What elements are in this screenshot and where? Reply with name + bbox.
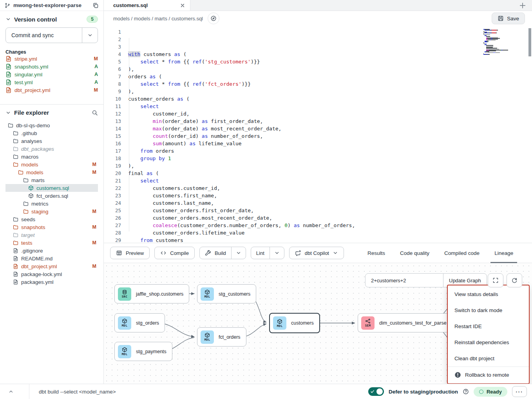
lineage-panel[interactable]: SRCjaffle_shop.customersMDLstg_customers… [104,263,532,384]
tree-item-db-sl-qs-demo[interactable]: db-sl-qs-demo [5,121,98,129]
minimap[interactable] [483,29,509,55]
code-line[interactable]: coalesce(customer_orders.number_of_order… [128,222,532,229]
more-options-button[interactable]: ··· [512,386,527,397]
code-line[interactable]: max(order_date) as most_recent_order_dat… [128,125,532,132]
code-line[interactable]: orders as ( [128,73,532,80]
code-line[interactable]: customers.customer_id, [128,184,532,192]
code-line[interactable]: ), [128,88,532,95]
tree-item-snapshots[interactable]: snapshotsM [5,223,98,231]
code-line[interactable]: ), [128,162,532,170]
tree-item-dbt-project-yml[interactable]: dbt_project.ymlM [5,262,98,270]
copy-icon[interactable] [92,2,99,9]
code-line[interactable]: select * from {{ ref('stg_customers')}} [128,58,532,65]
command-bar-expand[interactable] [0,384,29,399]
commit-dropdown[interactable] [82,28,98,43]
build-button[interactable]: Build [200,247,231,259]
code-line[interactable]: customers.first_name, [128,192,532,199]
refresh-graph-button[interactable] [507,273,522,287]
code-line[interactable]: customer_orders.most_recent_order_date, [128,214,532,222]
tree-item--gitignore[interactable]: .gitignore [5,247,98,255]
dbt-copilot-button[interactable]: dbt Copilot [289,247,344,259]
code-line[interactable]: from customers [128,237,532,243]
tree-item-customers-sql[interactable]: customers.sql [5,184,98,192]
lineage-node-stg_orders[interactable]: MDLstg_orders [114,313,165,332]
code-line[interactable]: group by 1 [128,155,532,162]
tree-item-seeds[interactable]: seeds [5,215,98,223]
lineage-node-customers[interactable]: MDLcustomers [269,313,320,333]
close-icon[interactable] [180,3,185,8]
change-row[interactable]: stripe.ymlM [5,55,98,63]
tab-results[interactable]: Results [367,243,386,263]
lineage-node-fct_orders[interactable]: MDLfct_orders [197,327,246,347]
code-line[interactable]: customer_orders.first_order_date, [128,207,532,214]
lineage-node-stg_payments[interactable]: MDLstg_payments [114,342,172,361]
code-line[interactable]: min(order_date) as first_order_date, [128,117,532,125]
tab-lineage[interactable]: Lineage [494,243,514,263]
help-icon[interactable] [463,388,469,395]
menu-item-clean-dbt-project[interactable]: Clean dbt project [448,350,529,367]
commit-and-sync-button[interactable]: Commit and sync [5,27,98,43]
tree-item-fct-orders-sql[interactable]: fct_orders.sql [5,192,98,200]
chevron-down-icon[interactable] [5,16,11,22]
tab-code-quality[interactable]: Code quality [399,243,430,263]
menu-item-view-status-details[interactable]: View status details [448,286,529,302]
lineage-node-jaffle_shop.customers[interactable]: SRCjaffle_shop.customers [114,284,189,303]
code-line[interactable]: count(order_id) as number_of_orders, [128,132,532,140]
preview-button[interactable]: Preview [110,247,150,259]
tree-item-packages-yml[interactable]: packages.yml [5,278,98,286]
menu-item-rollback-to-remote[interactable]: Rollback to remote [448,367,529,383]
code-line[interactable]: select [128,177,532,184]
change-row[interactable]: dbt_project.ymlM [5,86,98,94]
code-line[interactable]: from orders [128,147,532,155]
code-line[interactable]: ), [128,65,532,73]
tree-item--github[interactable]: .github [5,129,98,137]
code-line[interactable]: select [128,103,532,110]
change-row[interactable]: singular.ymlA [5,70,98,78]
tree-item-marts[interactable]: marts [5,176,98,184]
defer-toggle[interactable] [368,387,384,396]
save-button[interactable]: Save [492,13,525,24]
tree-item-tests[interactable]: testsM [5,239,98,247]
editor-scrollbar[interactable] [528,28,531,56]
code-line[interactable]: customer_id, [128,110,532,117]
code-line[interactable]: customer_orders as ( [128,95,532,103]
lint-dropdown[interactable] [270,247,284,259]
chevron-down-icon[interactable] [5,110,11,116]
tree-item-dbt-packages[interactable]: dbt_packages [5,145,98,153]
compile-button[interactable]: Compile [154,247,195,259]
lineage-selector-input[interactable]: 2+customers+2 [366,274,443,287]
code-line[interactable]: select * from {{ ref('fct_orders')}} [128,80,532,88]
lineage-node-dim_customers_test_for_parse[interactable]: SEMdim_customers_test_for_parse [358,313,452,332]
tree-item-analyses[interactable]: analyses [5,137,98,145]
code-line[interactable]: customer_orders.lifetime_value [128,229,532,237]
tab-customers-sql[interactable]: customers.sql [104,0,190,11]
lineage-node-stg_customers[interactable]: MDLstg_customers [197,284,256,303]
code-line[interactable]: customers.last_name, [128,199,532,207]
menu-item-restart-ide[interactable]: Restart IDE [448,318,529,334]
cli-input[interactable]: dbt build --select <model_name> [29,389,116,395]
explore-lineage-button[interactable] [208,13,219,24]
fullscreen-button[interactable] [488,273,503,287]
build-dropdown[interactable] [231,247,246,259]
code-line[interactable]: sum(amount) as lifetime_value [128,140,532,147]
tree-item-target[interactable]: target [5,231,98,239]
tree-item-metrics[interactable]: metrics [5,200,98,208]
search-icon[interactable] [92,110,98,116]
tree-item-models[interactable]: modelsM [5,161,98,168]
code-editor[interactable]: 1234567891011121314151617181920212223242… [104,26,532,243]
new-tab-button[interactable] [519,2,527,9]
code-line[interactable]: with customers as ( [128,51,532,58]
tree-item-staging[interactable]: stagingM [5,208,98,215]
menu-item-reinstall-dependencies[interactable]: Reinstall dependencies [448,334,529,350]
lint-button[interactable]: Lint [251,247,270,259]
change-row[interactable]: test.ymlA [5,78,98,86]
status-badge[interactable]: Ready [474,387,507,397]
code-lines[interactable]: with customers as ( select * from {{ ref… [121,28,532,243]
code-line[interactable]: final as ( [128,170,532,177]
tree-item-models[interactable]: modelsM [5,168,98,176]
tree-item-readme-md[interactable]: README.md [5,255,98,262]
menu-item-switch-to-dark-mode[interactable]: Switch to dark mode [448,302,529,318]
change-row[interactable]: snapshots.ymlA [5,63,98,70]
tree-item-package-lock-yml[interactable]: package-lock.yml [5,270,98,278]
tab-compiled-code[interactable]: Compiled code [443,243,480,263]
